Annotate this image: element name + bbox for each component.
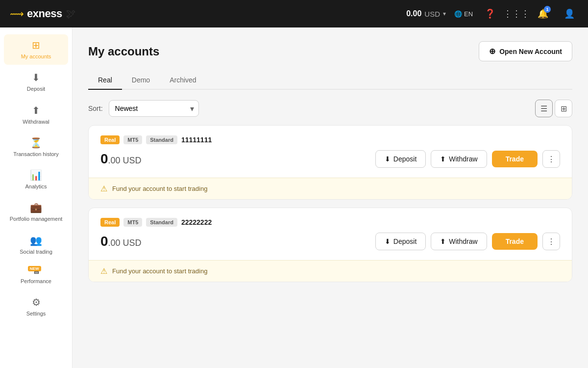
withdraw-button-1[interactable]: ⬆ Withdraw [431,150,487,168]
sidebar-item-withdrawal[interactable]: ⬆ Withdrawal [4,100,68,130]
sidebar: ⊞ My accounts ⬇ Deposit ⬆ Withdrawal ⏳ T… [0,27,73,368]
real-badge-1: Real [100,135,120,144]
fund-notice-1: ⚠ Fund your account to start trading [89,178,572,199]
withdraw-button-2[interactable]: ⬆ Withdraw [431,233,487,250]
mt5-badge-2: MT5 [123,218,142,227]
standard-badge-2: Standard [146,218,177,227]
balance-decimal-2: .00 USD [108,238,142,248]
more-icon-1: ⋮ [547,155,555,164]
fund-notice-2: ⚠ Fund your account to start trading [89,260,572,282]
trade-label-2: Trade [506,237,524,245]
app-layout: ⊞ My accounts ⬇ Deposit ⬆ Withdrawal ⏳ T… [0,27,588,368]
trade-button-2[interactable]: Trade [492,233,538,250]
sidebar-item-portfolio-management[interactable]: 💼 Portfolio management [4,197,68,227]
balance-whole-1: 0 [100,151,108,166]
more-options-button-1[interactable]: ⋮ [542,150,560,168]
sidebar-item-label: Portfolio management [10,215,63,222]
logo-text: exness [27,7,62,20]
sidebar-item-social-trading[interactable]: 👥 Social trading [4,230,68,260]
more-icon-2: ⋮ [547,237,555,246]
withdraw-label-1: Withdraw [449,155,477,163]
account-card-inner-1: Real MT5 Standard 11111111 0.00 USD ⬇ De… [89,126,572,178]
apps-button[interactable]: ⋮⋮⋮ [508,5,525,23]
sidebar-item-deposit[interactable]: ⬇ Deposit [4,67,68,97]
tab-archived[interactable]: Archived [160,71,206,90]
fund-notice-text-1: Fund your account to start trading [112,185,207,192]
sort-select[interactable]: Newest Oldest Balance (High to Low) Bala… [109,100,199,117]
mt5-badge-1: MT5 [123,135,142,144]
account-card-1: Real MT5 Standard 11111111 0.00 USD ⬇ De… [88,125,572,200]
account-card-2: Real MT5 Standard 22222222 0.00 USD ⬇ De… [88,208,572,282]
withdraw-icon-2: ⬆ [440,237,446,245]
tab-demo[interactable]: Demo [122,71,160,90]
analytics-icon: 📊 [30,169,42,181]
page-title: My accounts [88,45,159,58]
deposit-icon-1: ⬇ [385,155,391,163]
account-actions-row-1: 0.00 USD ⬇ Deposit ⬆ Withdraw Trade [100,150,560,168]
open-new-account-button[interactable]: ⊕ Open New Account [479,41,572,61]
apps-grid-icon: ⋮⋮⋮ [503,8,530,19]
sidebar-item-performance[interactable]: 🖥 NEW Performance [4,262,68,289]
account-number-2: 22222222 [181,218,212,226]
logo-area: ⟿ exness 🕊 [10,7,406,20]
standard-badge-1: Standard [146,135,177,144]
account-actions-2: ⬇ Deposit ⬆ Withdraw Trade ⋮ [375,233,560,250]
performance-icon-wrap: 🖥 NEW [32,267,40,276]
page-header: My accounts ⊕ Open New Account [88,41,572,61]
tab-real[interactable]: Real [88,71,122,90]
fund-notice-text-2: Fund your account to start trading [112,267,207,275]
profile-button[interactable]: 👤 [561,5,578,23]
account-balance-2: 0.00 USD [100,234,142,249]
warning-icon-1: ⚠ [100,184,107,193]
sidebar-item-settings[interactable]: ⚙ Settings [4,291,68,322]
sidebar-item-label: Performance [21,278,51,285]
sort-label: Sort: [88,105,103,112]
balance-decimal-1: .00 USD [108,156,142,165]
account-header-2: Real MT5 Standard 22222222 [100,218,560,227]
top-navigation: ⟿ exness 🕊 0.00 USD ▾ 🌐 EN ❓ ⋮⋮⋮ 🔔 1 👤 [0,0,588,27]
grid-view-button[interactable]: ⊞ [555,100,572,117]
sidebar-item-label: Social trading [20,248,52,255]
new-badge: NEW [28,266,41,271]
list-view-button[interactable]: ☰ [535,100,553,117]
language-button[interactable]: 🌐 EN [455,5,472,23]
plus-icon: ⊕ [489,47,495,56]
deposit-label-2: Deposit [393,237,416,245]
sidebar-item-my-accounts[interactable]: ⊞ My accounts [4,34,68,65]
deposit-icon: ⬇ [32,72,40,83]
account-balance-1: 0.00 USD [100,151,142,167]
help-button[interactable]: ❓ [481,5,499,23]
notification-badge: 1 [544,6,551,13]
deposit-button-1[interactable]: ⬇ Deposit [375,150,426,168]
sidebar-item-transaction-history[interactable]: ⏳ Transaction history [4,132,68,162]
accounts-tabs: Real Demo Archived [88,71,572,90]
deposit-button-2[interactable]: ⬇ Deposit [375,233,426,250]
transaction-history-icon: ⏳ [30,137,42,149]
more-options-button-2[interactable]: ⋮ [542,233,560,250]
account-card-inner-2: Real MT5 Standard 22222222 0.00 USD ⬇ De… [89,208,572,260]
sidebar-item-label: Transaction history [13,151,59,158]
help-icon: ❓ [485,8,495,19]
view-toggle: ☰ ⊞ [535,100,572,117]
account-number-1: 11111111 [181,136,212,144]
balance-amount: 0.00 [406,9,421,18]
sort-area: Sort: Newest Oldest Balance (High to Low… [88,100,199,117]
balance-display[interactable]: 0.00 USD ▾ [406,9,446,18]
notifications-button[interactable]: 🔔 1 [534,5,552,23]
social-trading-icon: 👥 [30,235,42,246]
language-label: EN [464,10,473,18]
grid-view-icon: ⊞ [561,104,567,113]
portfolio-icon: 💼 [30,202,42,213]
user-icon: 👤 [564,8,575,19]
real-badge-2: Real [100,218,120,227]
open-account-label: Open New Account [499,48,562,55]
trade-button-1[interactable]: Trade [492,151,538,167]
withdrawal-icon: ⬆ [32,105,40,116]
deposit-label-1: Deposit [393,155,416,163]
sidebar-item-label: Analytics [25,183,47,190]
sidebar-item-analytics[interactable]: 📊 Analytics [4,164,68,195]
logo-icon: ⟿ [10,8,24,20]
sidebar-item-label: My accounts [21,53,51,60]
warning-icon-2: ⚠ [100,266,107,276]
nav-right-area: 0.00 USD ▾ 🌐 EN ❓ ⋮⋮⋮ 🔔 1 👤 [406,5,578,23]
